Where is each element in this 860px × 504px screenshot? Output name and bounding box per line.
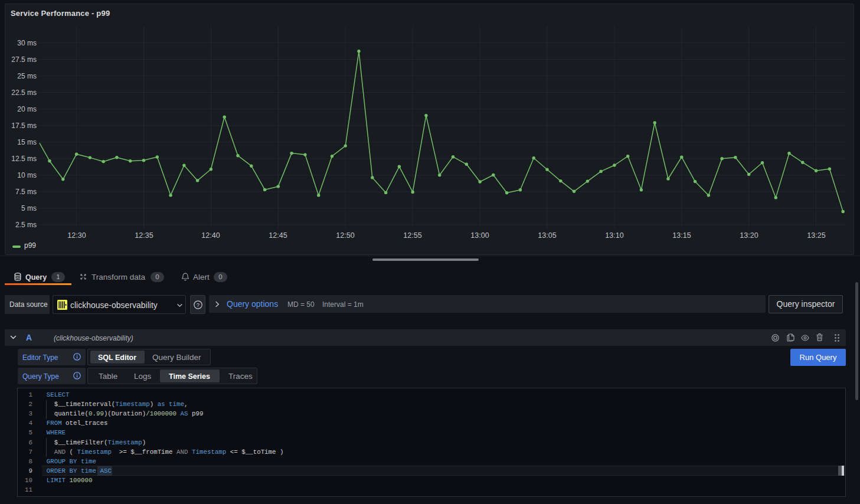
svg-text:?: ? bbox=[197, 302, 200, 308]
